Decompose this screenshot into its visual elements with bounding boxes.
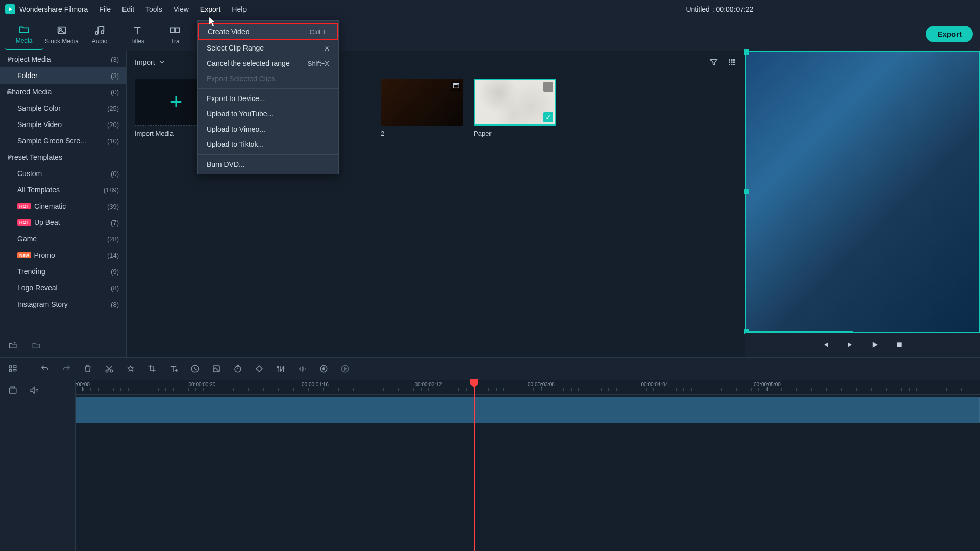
menu-item-create-video[interactable]: Create VideoCtrl+E	[198, 23, 338, 40]
redo-icon[interactable]	[61, 363, 72, 374]
svg-rect-52	[11, 387, 15, 388]
svg-point-2	[95, 31, 99, 34]
tab-stock-media[interactable]: Stock Media	[43, 19, 81, 50]
sidebar-item-trending[interactable]: Trending(9)	[0, 263, 126, 280]
menu-file[interactable]: File	[98, 3, 112, 15]
sidebar-item-promo[interactable]: NewPromo(14)	[0, 247, 126, 263]
menu-item-cancel-the-selected-range[interactable]: Cancel the selected rangeShift+X	[198, 56, 338, 71]
menu-edit[interactable]: Edit	[121, 3, 135, 15]
menu-item-export-to-device-[interactable]: Export to Device...	[198, 91, 338, 106]
playhead[interactable]	[474, 380, 475, 551]
tab-tra[interactable]: Tra	[156, 19, 194, 50]
menu-help[interactable]: Help	[231, 3, 248, 15]
sidebar-item-project-media[interactable]: ▼Project Media(3)	[0, 51, 126, 67]
media-item[interactable]: ✓Paper	[474, 79, 556, 137]
sidebar-item-all-templates[interactable]: All Templates(189)	[0, 182, 126, 198]
stock media-icon	[56, 24, 67, 36]
svg-rect-29	[13, 366, 16, 367]
crop-icon[interactable]	[146, 363, 158, 374]
snapshot-icon[interactable]	[7, 385, 18, 396]
sidebar-item-preset-templates[interactable]: ▼Preset Templates	[0, 149, 126, 165]
menu-view[interactable]: View	[173, 3, 190, 15]
menu-item-burn-dvd-[interactable]: Burn DVD...	[198, 157, 338, 172]
hot-badge: HOT	[17, 203, 31, 209]
svg-rect-15	[733, 62, 735, 63]
ruler-tick: 00:00:00:20	[189, 382, 216, 391]
menu-item-upload-to-vimeo-[interactable]: Upload to Vimeo...	[198, 121, 338, 137]
filter-icon[interactable]	[708, 57, 719, 67]
sidebar-item-cinematic[interactable]: HOTCinematic(39)	[0, 198, 126, 214]
item-count: (20)	[107, 121, 119, 129]
menu-item-upload-to-youtube-[interactable]: Upload to YouTube...	[198, 106, 338, 121]
record-icon[interactable]	[318, 363, 329, 374]
app-logo	[5, 4, 15, 14]
shortcut-label: X	[325, 44, 329, 52]
duration-icon[interactable]	[232, 363, 243, 374]
preview-viewport[interactable]	[745, 51, 980, 333]
expand-arrow: ▼	[7, 57, 12, 62]
audio-icon[interactable]	[297, 363, 308, 374]
svg-rect-4	[171, 28, 175, 32]
marker-icon[interactable]	[125, 363, 136, 374]
sidebar-item-sample-video[interactable]: Sample Video(20)	[0, 116, 126, 133]
sidebar-item-up-beat[interactable]: HOTUp Beat(7)	[0, 214, 126, 231]
color-icon[interactable]	[211, 363, 222, 374]
next-frame-button[interactable]	[844, 339, 856, 351]
item-count: (8)	[111, 284, 119, 292]
sidebar-item-shared-media[interactable]: ▶Shared Media(0)	[0, 84, 126, 100]
speed-icon[interactable]	[189, 363, 201, 374]
sidebar-item-instagram-story[interactable]: Instagram Story(8)	[0, 296, 126, 312]
undo-icon[interactable]	[39, 363, 51, 374]
track-options-icon[interactable]	[7, 363, 18, 374]
folder-icon[interactable]	[31, 340, 42, 351]
play-button[interactable]	[869, 339, 881, 351]
new-badge: New	[17, 252, 31, 258]
grid-view-icon[interactable]	[727, 57, 737, 67]
import-dropdown[interactable]: Import	[135, 58, 164, 66]
media-item[interactable]: 2	[381, 79, 463, 137]
adjust-icon[interactable]	[275, 363, 286, 374]
ruler-tick: 00:00:05:00	[754, 382, 781, 391]
sidebar-item-game[interactable]: Game(28)	[0, 231, 126, 247]
timeline-ruler: :00:0000:00:00:2000:00:01:1600:00:02:120…	[76, 380, 980, 395]
check-icon: ✓	[543, 112, 553, 122]
prev-frame-button[interactable]	[820, 339, 832, 351]
mute-icon[interactable]	[29, 385, 40, 396]
text-icon[interactable]: +	[168, 363, 179, 374]
svg-rect-13	[729, 62, 730, 63]
sidebar-item-custom[interactable]: Custom(0)	[0, 165, 126, 182]
sidebar-item-sample-color[interactable]: Sample Color(25)	[0, 100, 126, 116]
svg-rect-17	[731, 64, 733, 65]
video-badge-icon	[451, 81, 461, 91]
media-thumb[interactable]	[381, 79, 463, 126]
menu-export[interactable]: Export	[199, 3, 222, 15]
render-icon[interactable]	[339, 363, 351, 374]
delete-icon[interactable]	[82, 363, 93, 374]
timeline-clip[interactable]	[76, 397, 980, 423]
menu-tools[interactable]: Tools	[144, 3, 163, 15]
shortcut-label: Shift+X	[308, 60, 329, 67]
shortcut-label: Ctrl+E	[310, 28, 328, 36]
item-count: (14)	[107, 252, 119, 259]
new-folder-icon[interactable]	[7, 340, 18, 351]
tab-audio[interactable]: Audio	[81, 19, 118, 50]
menu-item-upload-to-tiktok-[interactable]: Upload to Tiktok...	[198, 137, 338, 152]
keyframe-icon[interactable]	[254, 363, 265, 374]
tab-media[interactable]: Media	[5, 19, 43, 50]
sidebar-item-folder[interactable]: Folder(3)	[0, 67, 126, 84]
svg-text:+: +	[175, 368, 178, 373]
export-button[interactable]: Export	[926, 26, 973, 42]
cut-icon[interactable]	[104, 363, 115, 374]
sidebar-item-logo-reveal[interactable]: Logo Reveal(8)	[0, 280, 126, 296]
tab-titles[interactable]: Titles	[118, 19, 156, 50]
media-thumb[interactable]: ✓	[474, 79, 556, 126]
item-count: (7)	[111, 219, 119, 227]
menu-item-select-clip-range[interactable]: Select Clip RangeX	[198, 40, 338, 56]
sidebar-item-sample-green-scre-[interactable]: Sample Green Scre...(10)	[0, 133, 126, 149]
item-count: (9)	[111, 268, 119, 276]
stop-button[interactable]	[893, 339, 905, 351]
media-icon	[18, 24, 30, 35]
item-count: (10)	[107, 137, 119, 145]
svg-point-3	[101, 30, 104, 33]
audio-icon	[94, 24, 105, 36]
